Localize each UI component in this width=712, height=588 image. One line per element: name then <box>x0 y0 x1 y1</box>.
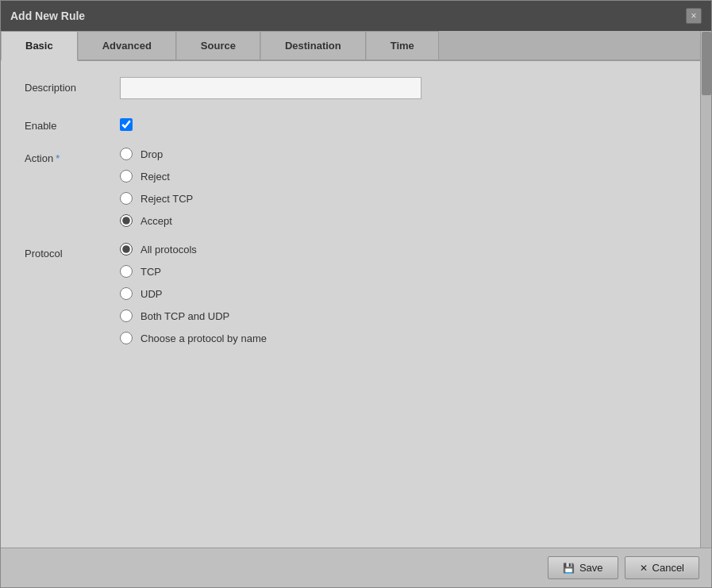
action-option-reject[interactable]: Reject <box>120 170 687 183</box>
tab-time[interactable]: Time <box>366 31 439 60</box>
action-option-reject-tcp[interactable]: Reject TCP <box>120 192 687 205</box>
tab-basic[interactable]: Basic <box>1 31 78 61</box>
protocol-radio-all[interactable] <box>120 243 133 256</box>
description-label: Description <box>25 77 120 94</box>
enable-checkbox[interactable] <box>120 118 133 131</box>
cancel-icon: ✕ <box>640 563 648 574</box>
title-bar: Add New Rule × <box>1 1 711 31</box>
protocol-label-both: Both TCP and UDP <box>140 310 229 322</box>
cancel-button[interactable]: ✕ Cancel <box>625 556 699 579</box>
action-required-star: * <box>56 152 60 164</box>
protocol-radio-by-name[interactable] <box>120 332 133 344</box>
protocol-label-all: All protocols <box>140 244 197 256</box>
tab-source[interactable]: Source <box>176 31 260 60</box>
close-button[interactable]: × <box>686 8 702 24</box>
action-label-accept: Accept <box>140 215 172 227</box>
scrollbar-thumb[interactable] <box>702 32 711 95</box>
footer: 💾 Save ✕ Cancel <box>1 548 711 587</box>
protocol-radio-both[interactable] <box>120 309 133 322</box>
description-input[interactable] <box>120 77 421 99</box>
tab-bar: Basic Advanced Source Destination Time <box>1 31 711 61</box>
action-radio-reject-tcp[interactable] <box>120 192 133 205</box>
description-row: Description <box>25 77 687 99</box>
enable-label: Enable <box>25 115 120 132</box>
save-label: Save <box>579 562 603 574</box>
action-label-reject-tcp: Reject TCP <box>140 193 193 205</box>
protocol-radio-tcp[interactable] <box>120 265 133 278</box>
action-radio-group: Drop Reject Reject TCP Accept <box>120 148 687 227</box>
save-button[interactable]: 💾 Save <box>548 556 618 579</box>
protocol-option-tcp[interactable]: TCP <box>120 265 687 278</box>
protocol-label-by-name: Choose a protocol by name <box>140 332 267 344</box>
enable-checkbox-wrapper <box>120 115 687 131</box>
action-option-drop[interactable]: Drop <box>120 148 687 160</box>
enable-control <box>120 115 687 131</box>
protocol-option-by-name[interactable]: Choose a protocol by name <box>120 332 687 344</box>
protocol-option-all[interactable]: All protocols <box>120 243 687 256</box>
protocol-label-tcp: TCP <box>140 266 161 278</box>
save-icon: 💾 <box>563 563 575 574</box>
action-radio-reject[interactable] <box>120 170 133 183</box>
protocol-radio-udp[interactable] <box>120 287 133 300</box>
protocol-label: Protocol <box>25 243 120 259</box>
action-option-accept[interactable]: Accept <box>120 214 687 227</box>
form-content: Description Enable Action* <box>1 61 711 548</box>
description-control <box>120 77 687 99</box>
protocol-row: Protocol All protocols TCP UDP <box>25 243 687 344</box>
tab-advanced[interactable]: Advanced <box>78 31 176 60</box>
cancel-label: Cancel <box>652 562 684 574</box>
action-control: Drop Reject Reject TCP Accept <box>120 148 687 227</box>
action-radio-accept[interactable] <box>120 214 133 227</box>
protocol-option-both[interactable]: Both TCP and UDP <box>120 309 687 322</box>
action-label: Action* <box>25 148 120 164</box>
action-label-reject: Reject <box>140 171 170 183</box>
action-label-drop: Drop <box>140 148 163 160</box>
protocol-option-udp[interactable]: UDP <box>120 287 687 300</box>
enable-row: Enable <box>25 115 687 132</box>
tab-destination[interactable]: Destination <box>260 31 366 60</box>
protocol-control: All protocols TCP UDP Both TCP and UDP <box>120 243 687 344</box>
protocol-radio-group: All protocols TCP UDP Both TCP and UDP <box>120 243 687 344</box>
add-new-rule-dialog: Add New Rule × Basic Advanced Source Des… <box>0 0 712 588</box>
action-radio-drop[interactable] <box>120 148 133 160</box>
action-row: Action* Drop Reject Reject TCP <box>25 148 687 227</box>
scrollbar[interactable] <box>700 31 711 548</box>
protocol-label-udp: UDP <box>140 288 162 300</box>
dialog-title: Add New Rule <box>10 10 85 22</box>
